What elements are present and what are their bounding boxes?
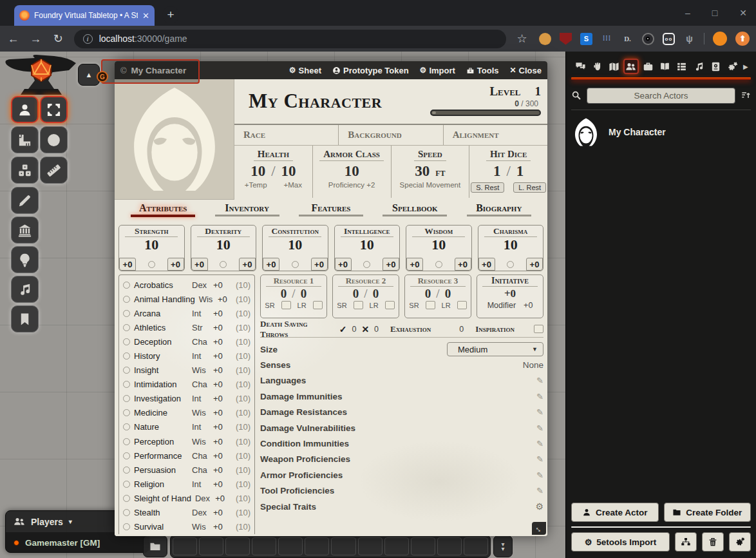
grid-extension-icon[interactable]: ⁞⁞⁞ [601,33,613,45]
skill-name[interactable]: Religion [134,479,188,489]
skill-row[interactable]: Religion Int +0 (10) [123,477,250,491]
resource-max[interactable]: 0 [301,287,307,301]
ability-save[interactable]: +0 [263,258,279,271]
sheet-config-button[interactable]: ⚙Sheet [289,66,321,75]
sort-filter-icon[interactable] [741,90,751,101]
site-info-icon[interactable]: i [83,34,93,44]
hotbar-page-button[interactable]: ▾ ▾ [493,535,513,557]
tab-close-icon[interactable]: ✕ [142,11,149,21]
sr-checkbox[interactable] [281,301,291,309]
character-name[interactable]: My Character [249,90,425,113]
macro-slot[interactable] [252,537,276,555]
cookie-extension-icon[interactable] [539,33,551,45]
macro-slot[interactable] [199,537,223,555]
death-success-count[interactable]: 0 [352,325,356,334]
reload-icon[interactable]: ↻ [52,32,65,46]
macro-slot[interactable] [384,537,409,555]
skill-proficiency-radio[interactable] [123,352,130,360]
hp-temp-label[interactable]: +Temp [245,181,267,189]
macro-slot[interactable] [411,537,435,555]
target-tool[interactable] [40,126,68,153]
sheet-tab[interactable]: Inventory [215,202,279,224]
skill-row[interactable]: Survival Wis +0 (10) [123,520,250,534]
sheet-tab[interactable]: Biography [467,202,531,224]
skill-proficiency-radio[interactable] [123,452,130,459]
toggle-folders-button[interactable] [675,532,697,552]
macro-slot[interactable] [225,537,250,555]
macro-slot[interactable] [305,537,329,555]
foundry-logo[interactable] [3,54,80,97]
skill-name[interactable]: Athletics [134,323,188,332]
profile-avatar[interactable] [713,32,727,46]
ac-value[interactable]: 10 [345,163,359,180]
ability-mod[interactable]: +0 [526,258,543,271]
skill-name[interactable]: Medicine [134,408,188,418]
maximize-button[interactable]: □ [712,8,717,18]
ability-name[interactable]: Constitution [269,226,321,237]
resource-label[interactable]: Resource 2 [338,276,393,287]
tab-combat[interactable] [589,59,605,74]
skill-proficiency-radio[interactable] [123,310,130,317]
skill-proficiency-radio[interactable] [123,282,130,289]
skill-proficiency-radio[interactable] [123,381,130,388]
skill-name[interactable]: Performance [134,451,188,461]
ruler-tool[interactable] [40,157,68,184]
delete-button[interactable] [702,532,724,552]
resource-value[interactable]: 0 [425,287,431,301]
proficiency-radio[interactable] [148,261,155,268]
sounds-tool[interactable] [11,276,39,303]
window-resize-handle[interactable]: ↔ [532,522,546,535]
initiative-value[interactable]: +0 [504,287,516,301]
drawing-tool[interactable] [11,187,39,214]
skill-row[interactable]: Medicine Wis +0 (10) [123,406,250,420]
macro-slot[interactable] [331,537,355,555]
edit-icon[interactable]: ✎ [536,486,543,495]
lens-extension-icon[interactable] [642,33,654,45]
measure-tool[interactable] [11,126,39,153]
sr-checkbox[interactable] [354,301,363,309]
edit-icon[interactable]: ✎ [536,454,543,464]
inspiration-checkbox[interactable] [534,325,543,333]
browser-menu-icon[interactable]: ⬆ [735,32,750,46]
ability-save[interactable]: +0 [478,258,495,271]
tab-items[interactable] [640,59,656,74]
hd-current[interactable]: 1 [493,163,501,180]
resource-max[interactable]: 0 [445,287,451,301]
edit-icon[interactable]: ✎ [536,470,543,480]
edit-icon[interactable]: ✎ [536,376,543,385]
ability-mod[interactable]: +0 [239,258,256,271]
ability-name[interactable]: Intelligence [341,226,393,237]
long-rest-button[interactable]: L. Rest [513,182,546,193]
ublock-extension-icon[interactable] [560,33,572,45]
skill-proficiency-radio[interactable] [123,367,130,374]
xp-value[interactable]: 0 [515,99,519,108]
edit-icon[interactable]: ✎ [536,407,543,417]
skill-proficiency-radio[interactable] [123,338,130,345]
fork-extension-icon[interactable]: ψ [683,33,695,45]
skill-row[interactable]: Intimidation Cha +0 (10) [123,378,250,392]
skill-row[interactable]: Deception Cha +0 (10) [123,334,250,349]
ability-score[interactable]: 10 [431,237,446,253]
skill-name[interactable]: Animal Handling [134,294,195,304]
skill-row[interactable]: Arcana Int +0 (10) [123,306,250,320]
skill-row[interactable]: Persuasion Cha +0 (10) [123,463,250,477]
close-button[interactable]: ✕Close [510,66,542,75]
resource-label[interactable]: Resource 3 [410,276,466,287]
macro-folder-button[interactable] [143,535,167,557]
skill-name[interactable]: Deception [134,337,188,347]
skill-row[interactable]: Animal Handling Wis +0 (10) [123,292,250,306]
back-icon[interactable]: ← [6,32,20,46]
senses-value[interactable]: None [523,360,543,370]
macro-slot[interactable] [358,537,383,555]
race-field[interactable]: Race [234,125,339,145]
lr-checkbox[interactable] [313,301,323,309]
skill-row[interactable]: Athletics Str +0 (10) [123,320,250,334]
skill-proficiency-radio[interactable] [123,509,130,516]
ability-score[interactable]: 10 [144,237,158,253]
resource-max[interactable]: 0 [373,287,379,301]
tab-actors[interactable] [623,59,639,74]
ability-name[interactable]: Strength [125,226,178,237]
macro-slot[interactable] [464,537,488,555]
gear-icon[interactable]: ⚙ [535,501,543,512]
macro-slot[interactable] [437,537,462,555]
